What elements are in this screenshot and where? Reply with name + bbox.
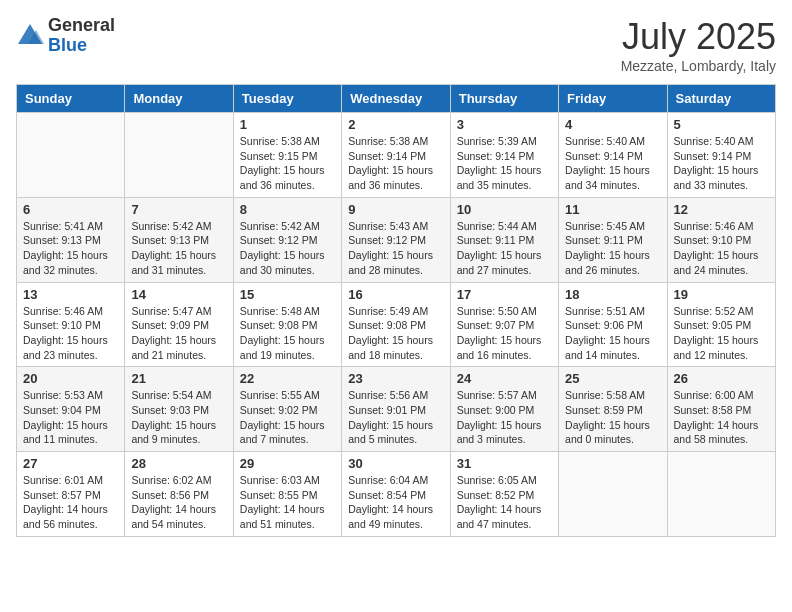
calendar-cell: 26Sunrise: 6:00 AM Sunset: 8:58 PM Dayli… bbox=[667, 367, 775, 452]
weekday-header: Sunday bbox=[17, 85, 125, 113]
day-info: Sunrise: 5:57 AM Sunset: 9:00 PM Dayligh… bbox=[457, 388, 552, 447]
day-number: 23 bbox=[348, 371, 443, 386]
day-number: 5 bbox=[674, 117, 769, 132]
day-info: Sunrise: 5:48 AM Sunset: 9:08 PM Dayligh… bbox=[240, 304, 335, 363]
day-number: 16 bbox=[348, 287, 443, 302]
calendar-cell: 28Sunrise: 6:02 AM Sunset: 8:56 PM Dayli… bbox=[125, 452, 233, 537]
calendar-cell: 20Sunrise: 5:53 AM Sunset: 9:04 PM Dayli… bbox=[17, 367, 125, 452]
day-info: Sunrise: 5:40 AM Sunset: 9:14 PM Dayligh… bbox=[674, 134, 769, 193]
calendar-cell: 29Sunrise: 6:03 AM Sunset: 8:55 PM Dayli… bbox=[233, 452, 341, 537]
day-number: 20 bbox=[23, 371, 118, 386]
logo-blue: Blue bbox=[48, 36, 115, 56]
calendar-cell: 16Sunrise: 5:49 AM Sunset: 9:08 PM Dayli… bbox=[342, 282, 450, 367]
day-info: Sunrise: 5:47 AM Sunset: 9:09 PM Dayligh… bbox=[131, 304, 226, 363]
day-info: Sunrise: 5:42 AM Sunset: 9:12 PM Dayligh… bbox=[240, 219, 335, 278]
weekday-header: Thursday bbox=[450, 85, 558, 113]
day-number: 1 bbox=[240, 117, 335, 132]
day-info: Sunrise: 5:40 AM Sunset: 9:14 PM Dayligh… bbox=[565, 134, 660, 193]
logo-text: General Blue bbox=[48, 16, 115, 56]
calendar-cell: 19Sunrise: 5:52 AM Sunset: 9:05 PM Dayli… bbox=[667, 282, 775, 367]
day-info: Sunrise: 5:55 AM Sunset: 9:02 PM Dayligh… bbox=[240, 388, 335, 447]
day-info: Sunrise: 6:02 AM Sunset: 8:56 PM Dayligh… bbox=[131, 473, 226, 532]
day-number: 31 bbox=[457, 456, 552, 471]
day-number: 4 bbox=[565, 117, 660, 132]
calendar-cell: 4Sunrise: 5:40 AM Sunset: 9:14 PM Daylig… bbox=[559, 113, 667, 198]
calendar-cell: 21Sunrise: 5:54 AM Sunset: 9:03 PM Dayli… bbox=[125, 367, 233, 452]
day-info: Sunrise: 5:45 AM Sunset: 9:11 PM Dayligh… bbox=[565, 219, 660, 278]
day-info: Sunrise: 5:39 AM Sunset: 9:14 PM Dayligh… bbox=[457, 134, 552, 193]
day-info: Sunrise: 5:42 AM Sunset: 9:13 PM Dayligh… bbox=[131, 219, 226, 278]
day-info: Sunrise: 6:03 AM Sunset: 8:55 PM Dayligh… bbox=[240, 473, 335, 532]
day-number: 28 bbox=[131, 456, 226, 471]
day-number: 19 bbox=[674, 287, 769, 302]
day-number: 9 bbox=[348, 202, 443, 217]
calendar-cell: 31Sunrise: 6:05 AM Sunset: 8:52 PM Dayli… bbox=[450, 452, 558, 537]
calendar-cell: 27Sunrise: 6:01 AM Sunset: 8:57 PM Dayli… bbox=[17, 452, 125, 537]
day-number: 15 bbox=[240, 287, 335, 302]
day-number: 6 bbox=[23, 202, 118, 217]
day-number: 21 bbox=[131, 371, 226, 386]
calendar-cell: 3Sunrise: 5:39 AM Sunset: 9:14 PM Daylig… bbox=[450, 113, 558, 198]
calendar-cell: 17Sunrise: 5:50 AM Sunset: 9:07 PM Dayli… bbox=[450, 282, 558, 367]
day-info: Sunrise: 5:49 AM Sunset: 9:08 PM Dayligh… bbox=[348, 304, 443, 363]
day-number: 3 bbox=[457, 117, 552, 132]
calendar-cell: 23Sunrise: 5:56 AM Sunset: 9:01 PM Dayli… bbox=[342, 367, 450, 452]
calendar-week-row: 6Sunrise: 5:41 AM Sunset: 9:13 PM Daylig… bbox=[17, 197, 776, 282]
day-info: Sunrise: 5:38 AM Sunset: 9:15 PM Dayligh… bbox=[240, 134, 335, 193]
day-info: Sunrise: 6:04 AM Sunset: 8:54 PM Dayligh… bbox=[348, 473, 443, 532]
day-number: 11 bbox=[565, 202, 660, 217]
day-number: 8 bbox=[240, 202, 335, 217]
calendar-cell: 8Sunrise: 5:42 AM Sunset: 9:12 PM Daylig… bbox=[233, 197, 341, 282]
title-section: July 2025 Mezzate, Lombardy, Italy bbox=[621, 16, 776, 74]
day-number: 12 bbox=[674, 202, 769, 217]
weekday-header: Wednesday bbox=[342, 85, 450, 113]
day-number: 17 bbox=[457, 287, 552, 302]
calendar-cell: 18Sunrise: 5:51 AM Sunset: 9:06 PM Dayli… bbox=[559, 282, 667, 367]
day-info: Sunrise: 5:41 AM Sunset: 9:13 PM Dayligh… bbox=[23, 219, 118, 278]
day-info: Sunrise: 5:52 AM Sunset: 9:05 PM Dayligh… bbox=[674, 304, 769, 363]
logo-general: General bbox=[48, 16, 115, 36]
page-header: General Blue July 2025 Mezzate, Lombardy… bbox=[16, 16, 776, 74]
weekday-header: Saturday bbox=[667, 85, 775, 113]
calendar-cell: 10Sunrise: 5:44 AM Sunset: 9:11 PM Dayli… bbox=[450, 197, 558, 282]
calendar-cell: 25Sunrise: 5:58 AM Sunset: 8:59 PM Dayli… bbox=[559, 367, 667, 452]
day-number: 14 bbox=[131, 287, 226, 302]
day-info: Sunrise: 5:58 AM Sunset: 8:59 PM Dayligh… bbox=[565, 388, 660, 447]
day-number: 7 bbox=[131, 202, 226, 217]
calendar-cell: 6Sunrise: 5:41 AM Sunset: 9:13 PM Daylig… bbox=[17, 197, 125, 282]
day-info: Sunrise: 5:44 AM Sunset: 9:11 PM Dayligh… bbox=[457, 219, 552, 278]
location: Mezzate, Lombardy, Italy bbox=[621, 58, 776, 74]
day-info: Sunrise: 5:46 AM Sunset: 9:10 PM Dayligh… bbox=[23, 304, 118, 363]
day-number: 2 bbox=[348, 117, 443, 132]
calendar-cell: 2Sunrise: 5:38 AM Sunset: 9:14 PM Daylig… bbox=[342, 113, 450, 198]
calendar-table: SundayMondayTuesdayWednesdayThursdayFrid… bbox=[16, 84, 776, 537]
calendar-cell: 7Sunrise: 5:42 AM Sunset: 9:13 PM Daylig… bbox=[125, 197, 233, 282]
calendar-cell: 1Sunrise: 5:38 AM Sunset: 9:15 PM Daylig… bbox=[233, 113, 341, 198]
day-info: Sunrise: 5:53 AM Sunset: 9:04 PM Dayligh… bbox=[23, 388, 118, 447]
calendar-cell: 24Sunrise: 5:57 AM Sunset: 9:00 PM Dayli… bbox=[450, 367, 558, 452]
day-info: Sunrise: 5:50 AM Sunset: 9:07 PM Dayligh… bbox=[457, 304, 552, 363]
calendar-week-row: 27Sunrise: 6:01 AM Sunset: 8:57 PM Dayli… bbox=[17, 452, 776, 537]
day-number: 26 bbox=[674, 371, 769, 386]
calendar-cell bbox=[125, 113, 233, 198]
day-number: 10 bbox=[457, 202, 552, 217]
day-number: 24 bbox=[457, 371, 552, 386]
day-number: 29 bbox=[240, 456, 335, 471]
calendar-cell bbox=[667, 452, 775, 537]
day-info: Sunrise: 5:38 AM Sunset: 9:14 PM Dayligh… bbox=[348, 134, 443, 193]
calendar-cell: 5Sunrise: 5:40 AM Sunset: 9:14 PM Daylig… bbox=[667, 113, 775, 198]
day-info: Sunrise: 5:56 AM Sunset: 9:01 PM Dayligh… bbox=[348, 388, 443, 447]
day-info: Sunrise: 5:43 AM Sunset: 9:12 PM Dayligh… bbox=[348, 219, 443, 278]
calendar-cell: 9Sunrise: 5:43 AM Sunset: 9:12 PM Daylig… bbox=[342, 197, 450, 282]
day-info: Sunrise: 6:01 AM Sunset: 8:57 PM Dayligh… bbox=[23, 473, 118, 532]
weekday-header: Friday bbox=[559, 85, 667, 113]
day-info: Sunrise: 5:51 AM Sunset: 9:06 PM Dayligh… bbox=[565, 304, 660, 363]
calendar-cell: 11Sunrise: 5:45 AM Sunset: 9:11 PM Dayli… bbox=[559, 197, 667, 282]
calendar-header-row: SundayMondayTuesdayWednesdayThursdayFrid… bbox=[17, 85, 776, 113]
calendar-cell bbox=[17, 113, 125, 198]
weekday-header: Monday bbox=[125, 85, 233, 113]
calendar-cell: 12Sunrise: 5:46 AM Sunset: 9:10 PM Dayli… bbox=[667, 197, 775, 282]
calendar-week-row: 20Sunrise: 5:53 AM Sunset: 9:04 PM Dayli… bbox=[17, 367, 776, 452]
month-title: July 2025 bbox=[621, 16, 776, 58]
calendar-cell: 30Sunrise: 6:04 AM Sunset: 8:54 PM Dayli… bbox=[342, 452, 450, 537]
